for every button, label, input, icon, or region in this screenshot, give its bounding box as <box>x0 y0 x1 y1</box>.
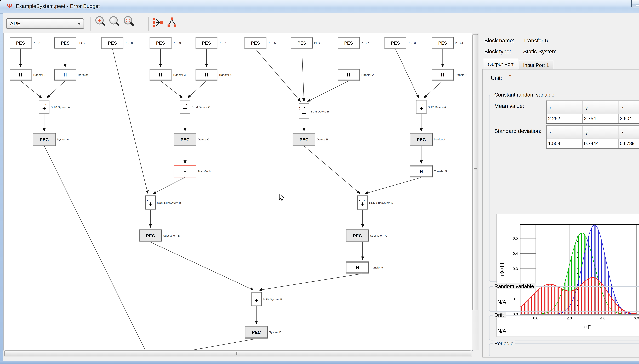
node-label: Transfer 6 <box>198 170 211 173</box>
diagram-vertical-scrollbar[interactable] <box>472 33 478 350</box>
sum-plus-icon: + <box>149 201 152 206</box>
block-type-label: Block type: <box>484 48 511 55</box>
group-title: Periodic <box>493 340 515 346</box>
std-z-cell[interactable]: 0.6789 <box>618 139 639 148</box>
edge <box>307 81 349 101</box>
block-type-value: Static System <box>523 48 557 55</box>
drift-value: N/A <box>497 328 506 334</box>
mode-select[interactable]: APE <box>6 18 84 29</box>
diagram-node-t1[interactable]: HTransfer 1 <box>432 68 454 81</box>
unit-label: Unit: <box>491 75 502 81</box>
diagram-node-t2[interactable]: HTransfer 2 <box>338 68 360 81</box>
fold-graph-button[interactable] <box>166 16 178 28</box>
mean-y-cell[interactable]: 2.754 <box>583 114 618 123</box>
diagram-node-pec_dev_b[interactable]: PECDevice B <box>293 133 315 146</box>
zoom-in-button[interactable]: + <box>94 16 105 30</box>
tab-output-port[interactable]: Output Port <box>483 58 518 70</box>
diagram-node-sum_sub_a[interactable]: · ·+SUM Subsystem A <box>357 195 368 210</box>
std-x-cell[interactable]: 1.559 <box>547 139 583 148</box>
diagram-node-pec_dev_c[interactable]: PECDevice C <box>174 133 196 146</box>
diagram-node-sum_dev_b[interactable]: · · ·+SUM Device B <box>299 103 309 120</box>
diagram-node-t7[interactable]: HTransfer 7 <box>10 68 32 81</box>
diagram-node-t5[interactable]: HTransfer 5 <box>410 165 433 178</box>
diagram-node-t6[interactable]: HTransfer 6 <box>174 165 196 178</box>
group-title: Constant random variable <box>493 92 556 98</box>
diagram-node-pec_sub_b[interactable]: PECSubsystem B <box>139 229 162 242</box>
node-label: SUM Device A <box>428 105 446 108</box>
node-label: Transfer 7 <box>33 73 46 76</box>
inspector-scrollarea: Unit: " Constant random variable Mean va… <box>484 71 639 356</box>
diagram-node-pes8[interactable]: PESPES 8 <box>102 37 123 49</box>
node-label: PES 8 <box>125 41 133 44</box>
sum-plus-icon: + <box>419 106 423 110</box>
node-label: PES 5 <box>268 41 276 44</box>
diagram-node-sum_sys_b[interactable]: · ·+SUM System B <box>251 292 262 306</box>
diagram-node-pes2[interactable]: PESPES 2 <box>54 37 76 49</box>
block-text: H <box>347 72 350 77</box>
diagram-canvas[interactable]: PESPES 1PESPES 2PESPES 8PESPES 9PESPES 1… <box>4 33 473 351</box>
std-y-cell[interactable]: 0.7444 <box>583 139 618 148</box>
unit-value: " <box>509 74 511 80</box>
diagram-node-pes6[interactable]: PESPES 6 <box>291 37 313 49</box>
diagram-node-t3[interactable]: HTransfer 3 <box>150 68 171 81</box>
diagram-node-sum_dev_a[interactable]: · ·+SUM Device A <box>416 100 427 114</box>
unfold-graph-button[interactable] <box>152 16 164 28</box>
minimize-button[interactable] <box>631 0 639 8</box>
diagram-node-pes5[interactable]: PESPES 5 <box>244 37 266 49</box>
diagram-node-pes1[interactable]: PESPES 1 <box>10 37 32 49</box>
chevron-down-icon <box>78 23 81 25</box>
diagram-node-pes4[interactable]: PESPES 4 <box>432 37 454 49</box>
diagram-node-t8[interactable]: HTransfer 8 <box>54 68 76 81</box>
magnifier-handle <box>130 22 134 26</box>
block-text: PES <box>108 40 117 45</box>
diagram-node-sum_dev_c[interactable]: · ·+SUM Device C <box>180 100 190 114</box>
block-text: H <box>183 169 187 174</box>
node-label: SUM Subsystem B <box>157 201 181 204</box>
vertical-scrollbar-thumb[interactable] <box>472 34 478 310</box>
diagram-node-pec_sys_b[interactable]: PECSystem B <box>245 326 268 339</box>
node-label: Transfer 2 <box>361 73 374 76</box>
node-label: SUM System B <box>263 298 282 301</box>
diagram-node-pes9[interactable]: PESPES 9 <box>150 37 171 49</box>
node-label: Transfer 8 <box>78 73 90 76</box>
tab-input-port-1[interactable]: Input Port 1 <box>519 60 553 70</box>
titlebar[interactable]: Ψ ExampleSystem.peet - Error Budget <box>0 0 639 14</box>
mode-select-value: APE <box>10 20 21 27</box>
diagram-node-pes7[interactable]: PESPES 7 <box>338 37 360 49</box>
node-label: PES 10 <box>219 41 228 44</box>
unfold-graph-icon <box>152 16 164 28</box>
block-text: PEC <box>252 330 261 335</box>
node-label: PES 1 <box>33 41 41 44</box>
zoom-fit-button[interactable] <box>122 16 134 30</box>
zoom-out-button[interactable]: – <box>108 16 119 30</box>
app-window: Ψ ExampleSystem.peet - Error Budget ✖ AP… <box>0 0 639 364</box>
block-text: H <box>356 265 359 270</box>
mean-z-cell[interactable]: 3.504 <box>618 114 639 123</box>
col-header-z: z <box>618 126 639 139</box>
toolbar-separator <box>148 16 149 31</box>
node-label: System A <box>57 138 69 141</box>
block-text: PES <box>391 40 400 45</box>
diagram-node-t4[interactable]: HTransfer 4 <box>196 68 217 81</box>
drift-group: Drift N/A <box>489 315 639 340</box>
diagram-horizontal-scrollbar[interactable] <box>4 350 472 356</box>
diagram-node-pes3[interactable]: PESPES 3 <box>385 37 406 49</box>
periodic-group: Periodic <box>489 344 639 356</box>
block-text: PES <box>438 40 447 45</box>
edge <box>395 49 419 98</box>
mean-x-cell[interactable]: 2.252 <box>547 114 583 123</box>
diagram-node-t9[interactable]: HTransfer 9 <box>346 261 369 274</box>
diagram-node-pec_sub_a[interactable]: PECSubsystem A <box>346 229 369 242</box>
diagram-node-pes10[interactable]: PESPES 10 <box>196 37 217 49</box>
sum-plus-icon: + <box>42 106 46 110</box>
diagram-node-pec_sys_a[interactable]: PECSystem A <box>33 133 56 146</box>
col-header-x: x <box>547 101 583 114</box>
diagram-node-pec_dev_a[interactable]: PECDevice A <box>410 133 433 146</box>
col-header-x: x <box>547 126 583 139</box>
horizontal-scrollbar-thumb[interactable] <box>4 350 471 356</box>
diagram-node-sum_sys_a[interactable]: · ·+SUM System A <box>39 100 50 114</box>
diagram-node-sum_sub_b[interactable]: · ·+SUM Subsystem B <box>145 195 156 210</box>
edge <box>47 81 65 98</box>
window-title: ExampleSystem.peet - Error Budget <box>16 3 100 9</box>
node-label: Transfer 3 <box>173 73 186 76</box>
